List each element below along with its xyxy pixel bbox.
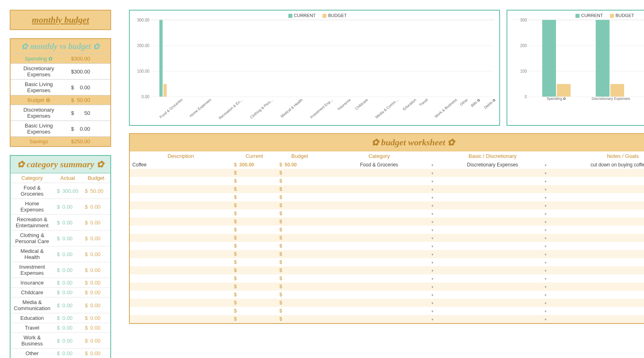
ws-budget-cell[interactable]: $ <box>279 308 320 314</box>
ws-desc-cell[interactable] <box>129 283 232 291</box>
ws-notes-cell[interactable] <box>549 315 644 323</box>
ws-row[interactable]: $$ <box>129 307 644 315</box>
ws-notes-cell[interactable] <box>549 291 644 299</box>
ws-desc-cell[interactable] <box>129 315 232 323</box>
ws-current-cell[interactable]: $ <box>234 170 275 176</box>
ws-desc-cell[interactable] <box>129 226 232 234</box>
ws-notes-cell[interactable] <box>549 226 644 234</box>
ws-current-cell[interactable]: $ <box>234 308 275 314</box>
ws-bd-select[interactable] <box>436 283 550 291</box>
ws-desc-cell[interactable] <box>129 250 232 258</box>
ws-row[interactable]: Coffee$300.00$50.00Food & GroceriesDiscr… <box>129 161 644 169</box>
ws-notes-cell[interactable] <box>549 234 644 242</box>
ws-category-select[interactable] <box>322 258 436 266</box>
ws-budget-cell[interactable]: $ <box>279 211 320 216</box>
ws-bd-select[interactable] <box>436 307 550 315</box>
ws-current-cell[interactable]: $ <box>234 316 275 322</box>
ws-budget-cell[interactable]: $ <box>279 284 320 289</box>
ws-bd-select[interactable] <box>436 177 550 185</box>
ws-current-cell[interactable]: $ <box>234 211 275 216</box>
ws-budget-cell[interactable]: $ <box>279 235 320 241</box>
ws-desc-cell[interactable] <box>129 234 232 242</box>
ws-bd-select[interactable] <box>436 185 550 193</box>
ws-notes-cell[interactable] <box>549 209 644 218</box>
ws-budget-cell[interactable]: $ <box>279 219 320 224</box>
ws-bd-select[interactable] <box>436 201 550 209</box>
ws-bd-select[interactable] <box>436 250 550 258</box>
ws-budget-cell[interactable]: $ <box>279 170 320 176</box>
ws-notes-cell[interactable] <box>549 218 644 226</box>
ws-notes-cell[interactable] <box>549 274 644 283</box>
ws-category-select[interactable] <box>322 283 436 291</box>
ws-current-cell[interactable]: $ <box>234 219 275 224</box>
ws-notes-cell[interactable] <box>549 307 644 315</box>
ws-category-select[interactable] <box>322 274 436 283</box>
ws-current-cell[interactable]: $ <box>234 251 275 257</box>
ws-notes-cell[interactable] <box>549 169 644 177</box>
ws-row[interactable]: $$ <box>129 201 644 209</box>
ws-category-select[interactable] <box>322 218 436 226</box>
ws-row[interactable]: $$ <box>129 169 644 177</box>
ws-desc-cell[interactable] <box>129 299 232 307</box>
ws-notes-cell[interactable] <box>549 250 644 258</box>
ws-desc-cell[interactable] <box>129 185 232 193</box>
ws-row[interactable]: $$ <box>129 266 644 274</box>
ws-row[interactable]: $$ <box>129 283 644 291</box>
ws-current-cell[interactable]: $ <box>234 227 275 233</box>
ws-category-select[interactable] <box>322 201 436 209</box>
ws-bd-select[interactable] <box>436 169 550 177</box>
ws-row[interactable]: $$ <box>129 315 644 323</box>
ws-notes-cell[interactable] <box>549 299 644 307</box>
ws-bd-select[interactable] <box>436 193 550 201</box>
ws-bd-select[interactable] <box>436 234 550 242</box>
ws-row[interactable]: $$ <box>129 242 644 250</box>
ws-budget-cell[interactable]: $ <box>279 251 320 257</box>
ws-current-cell[interactable]: $ <box>234 203 275 208</box>
ws-notes-cell[interactable] <box>549 283 644 291</box>
ws-desc-cell[interactable] <box>129 307 232 315</box>
ws-current-cell[interactable]: $300.00 <box>234 162 275 168</box>
ws-row[interactable]: $$ <box>129 234 644 242</box>
ws-bd-select[interactable]: Discretionary Expenses <box>436 161 550 169</box>
ws-category-select[interactable] <box>322 169 436 177</box>
ws-bd-select[interactable] <box>436 266 550 274</box>
ws-category-select[interactable] <box>322 226 436 234</box>
ws-bd-select[interactable] <box>436 274 550 283</box>
ws-budget-cell[interactable]: $ <box>279 203 320 208</box>
ws-budget-cell[interactable]: $ <box>279 227 320 233</box>
ws-desc-cell[interactable] <box>129 291 232 299</box>
ws-budget-cell[interactable]: $ <box>279 259 320 265</box>
ws-budget-cell[interactable]: $ <box>279 267 320 273</box>
ws-budget-cell[interactable]: $ <box>279 300 320 306</box>
ws-budget-cell[interactable]: $ <box>279 243 320 249</box>
ws-bd-select[interactable] <box>436 315 550 323</box>
ws-category-select[interactable] <box>322 250 436 258</box>
ws-row[interactable]: $$ <box>129 258 644 266</box>
ws-bd-select[interactable] <box>436 226 550 234</box>
ws-category-select[interactable] <box>322 185 436 193</box>
ws-bd-select[interactable] <box>436 258 550 266</box>
ws-desc-cell[interactable] <box>129 266 232 274</box>
ws-notes-cell[interactable] <box>549 185 644 193</box>
ws-budget-cell[interactable]: $ <box>279 178 320 184</box>
ws-desc-cell[interactable] <box>129 169 232 177</box>
ws-category-select[interactable] <box>322 242 436 250</box>
ws-bd-select[interactable] <box>436 242 550 250</box>
ws-budget-cell[interactable]: $50.00 <box>279 162 320 168</box>
ws-desc-cell[interactable] <box>129 193 232 201</box>
ws-notes-cell[interactable] <box>549 201 644 209</box>
ws-row[interactable]: $$ <box>129 274 644 283</box>
ws-row[interactable]: $$ <box>129 185 644 193</box>
ws-category-select[interactable] <box>322 299 436 307</box>
ws-category-select[interactable] <box>322 193 436 201</box>
ws-current-cell[interactable]: $ <box>234 276 275 281</box>
ws-category-select[interactable] <box>322 315 436 323</box>
ws-category-select[interactable]: Food & Groceries <box>322 161 436 169</box>
ws-current-cell[interactable]: $ <box>234 267 275 273</box>
ws-desc-cell[interactable] <box>129 242 232 250</box>
ws-notes-cell[interactable] <box>549 266 644 274</box>
ws-current-cell[interactable]: $ <box>234 284 275 289</box>
ws-desc-cell[interactable] <box>129 177 232 185</box>
ws-category-select[interactable] <box>322 234 436 242</box>
ws-current-cell[interactable]: $ <box>234 178 275 184</box>
